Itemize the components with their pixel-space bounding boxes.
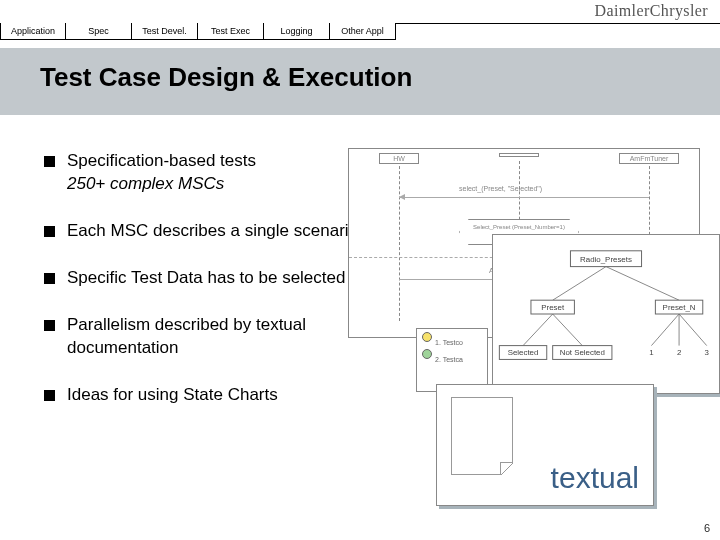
- tab-spec[interactable]: Spec: [66, 23, 132, 40]
- msc-arrow-label: select_(Preset, "Selected"): [459, 185, 542, 192]
- palette-row-label: 1. Testco: [435, 339, 463, 346]
- msc-arrow: [399, 197, 649, 198]
- bullet-marker-icon: [44, 156, 55, 167]
- tab-test-exec[interactable]: Test Exec: [198, 23, 264, 40]
- nav-tabs: Application Spec Test Devel. Test Exec L…: [0, 23, 396, 40]
- svg-line-1: [606, 267, 679, 301]
- svg-line-2: [523, 314, 553, 346]
- bullet-text: Specification-based tests: [67, 151, 256, 170]
- logo-part-2: Chrysler: [650, 2, 708, 19]
- page-title: Test Case Design & Execution: [40, 62, 720, 93]
- logo-part-1: Daimler: [594, 2, 649, 19]
- bullet-item: Parallelism described by textual documen…: [44, 314, 374, 360]
- figure-area: HW AmFmTuner select_(Preset, "Selected")…: [348, 148, 714, 490]
- page-icon: [451, 397, 513, 475]
- tree-leaf-label: 2: [677, 348, 681, 357]
- tree-node-label: Not Selected: [560, 348, 605, 357]
- bullet-marker-icon: [44, 320, 55, 331]
- bullet-item: Ideas for using State Charts: [44, 384, 374, 407]
- tab-test-devel[interactable]: Test Devel.: [132, 23, 198, 40]
- svg-line-6: [679, 314, 707, 346]
- msc-actor-box: AmFmTuner: [619, 153, 679, 164]
- page-number: 6: [704, 522, 710, 534]
- bullet-text: Specific Test Data has to be selected: [67, 267, 345, 290]
- svg-line-0: [553, 267, 606, 301]
- title-bar: Test Case Design & Execution: [0, 48, 720, 115]
- bullet-item: Each MSC describes a single scenario: [44, 220, 374, 243]
- brand-logo: DaimlerChrysler: [594, 2, 708, 20]
- bullet-marker-icon: [44, 226, 55, 237]
- palette-dot-icon: [422, 332, 432, 342]
- tree-leaf-label: 3: [705, 348, 710, 357]
- bullet-text: Ideas for using State Charts: [67, 384, 278, 407]
- arrow-head-icon: [399, 194, 405, 200]
- document-window: textual: [436, 384, 654, 506]
- tree-svg: Radio_Presets Preset Preset_N Selected N…: [493, 235, 719, 393]
- tab-logging[interactable]: Logging: [264, 23, 330, 40]
- bullet-marker-icon: [44, 273, 55, 284]
- bullet-marker-icon: [44, 390, 55, 401]
- tab-application[interactable]: Application: [0, 23, 66, 40]
- bullet-text: Parallelism described by textual documen…: [67, 314, 374, 360]
- palette-window: 1. Testco 2. Testca: [416, 328, 488, 392]
- palette-row-label: 2. Testca: [435, 356, 463, 363]
- tree-node-label: Preset_N: [663, 303, 696, 312]
- msc-actor-box: [499, 153, 539, 157]
- msc-lifeline: [399, 161, 400, 321]
- svg-line-4: [651, 314, 679, 346]
- bullet-list: Specification-based tests 250+ complex M…: [44, 150, 374, 431]
- bullet-item: Specification-based tests 250+ complex M…: [44, 150, 374, 196]
- bullet-text: Each MSC describes a single scenario: [67, 220, 358, 243]
- tab-other-appl[interactable]: Other Appl: [330, 23, 396, 40]
- bullet-item: Specific Test Data has to be selected: [44, 267, 374, 290]
- palette-dot-icon: [422, 349, 432, 359]
- tree-node-label: Selected: [508, 348, 539, 357]
- tree-node-label: Radio_Presets: [580, 255, 632, 264]
- tree-diagram-window: Radio_Presets Preset Preset_N Selected N…: [492, 234, 720, 394]
- tree-node-label: Preset: [541, 303, 565, 312]
- document-caption: textual: [551, 461, 639, 495]
- tree-leaf-label: 1: [649, 348, 653, 357]
- msc-actor-box: HW: [379, 153, 419, 164]
- svg-line-3: [553, 314, 583, 346]
- bullet-subtext: 250+ complex MSCs: [67, 173, 256, 196]
